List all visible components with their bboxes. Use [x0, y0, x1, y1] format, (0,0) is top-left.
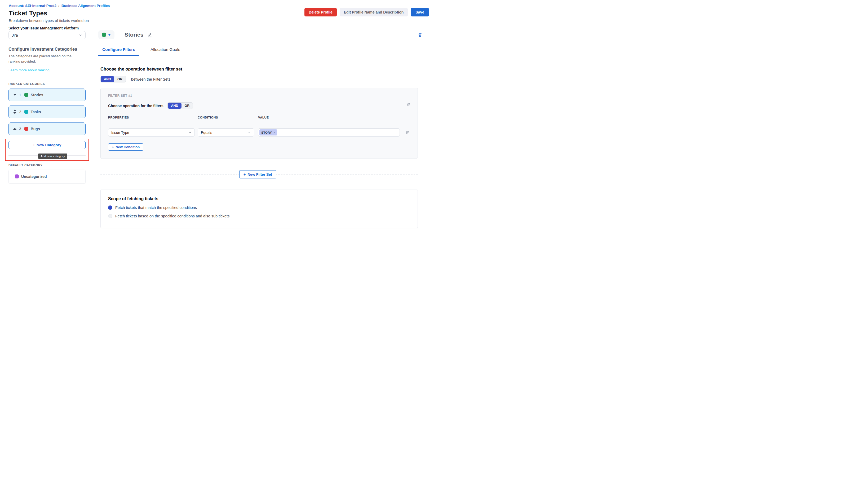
category-rank: 2. — [19, 110, 22, 114]
breadcrumb-chevron-icon: › — [58, 3, 60, 8]
radio-selected-icon[interactable] — [108, 206, 112, 210]
category-title: Stories — [125, 32, 143, 38]
breadcrumb-account-link[interactable]: Account: SEI-Internal-Prod2 — [9, 4, 56, 8]
tab-configure-filters[interactable]: Configure Filters — [98, 47, 139, 56]
column-value: VALUE — [258, 116, 400, 119]
scope-option-sub-tickets[interactable]: Fetch tickets based on the specified con… — [108, 214, 410, 218]
filter-set-separator: + New Filter Set — [100, 170, 418, 178]
add-new-category-tooltip: Add new category — [38, 153, 67, 159]
category-card-tasks[interactable]: 2. Tasks — [8, 106, 86, 118]
selected-color-swatch — [102, 33, 106, 37]
main-panel: Stories Configure Filters Allocation Goa… — [92, 24, 434, 241]
category-card-stories[interactable]: 1. Stories — [8, 89, 86, 101]
category-header: Stories — [98, 30, 418, 39]
category-rank: 1. — [19, 93, 22, 97]
category-color-swatch — [15, 175, 19, 178]
and-segment[interactable]: AND — [101, 76, 114, 82]
move-up-down-icon[interactable] — [13, 110, 17, 114]
scope-option-label: Fetch tickets that match the specified c… — [115, 206, 197, 210]
configure-categories-description: The categories are placed based on the r… — [8, 54, 78, 64]
new-filter-set-label: New Filter Set — [247, 172, 272, 177]
new-condition-button[interactable]: + New Condition — [108, 144, 143, 151]
condition-value: Equals — [201, 130, 212, 135]
plus-icon: + — [112, 145, 114, 149]
chevron-down-icon — [188, 131, 192, 134]
plus-icon: + — [33, 143, 35, 147]
or-segment[interactable]: OR — [182, 102, 193, 109]
default-category-label: DEFAULT CATEGORY — [8, 163, 86, 167]
body: Select your Issue Management Platform Ji… — [0, 24, 434, 241]
category-color-swatch — [24, 127, 28, 131]
chip-remove-icon[interactable]: × — [273, 131, 275, 134]
header: Account: SEI-Internal-Prod2 › Business A… — [0, 0, 434, 24]
chevron-down-icon — [247, 131, 251, 134]
default-category-card[interactable]: Uncategorized — [8, 170, 86, 183]
delete-profile-button[interactable]: Delete Profile — [304, 8, 337, 17]
page-subtitle: Breakdown between types of tickets worke… — [9, 19, 434, 23]
new-category-label: New Category — [37, 143, 61, 147]
category-color-swatch — [24, 93, 28, 97]
configure-categories-heading: Configure Investment Categories — [8, 47, 86, 52]
category-rank: 3. — [19, 127, 22, 131]
value-input[interactable]: STORY × — [258, 128, 400, 137]
header-actions: Delete Profile Edit Profile Name and Des… — [304, 8, 429, 17]
filters-operation-label: Choose operation for the filters — [108, 104, 163, 108]
column-properties: PROPERTIES — [108, 116, 195, 119]
caret-down-icon — [108, 34, 111, 36]
filterset-operation-row: AND OR between the Filter Sets — [100, 76, 418, 83]
operation-heading: Choose the operation between filter set — [100, 66, 418, 71]
new-filter-set-button[interactable]: + New Filter Set — [239, 170, 276, 178]
ranked-categories-label: RANKED CATEGORIES — [8, 82, 86, 85]
delete-condition-trash-icon[interactable] — [405, 130, 410, 135]
tabs: Configure Filters Allocation Goals — [98, 47, 418, 56]
column-conditions: CONDITIONS — [198, 116, 254, 119]
filter-set-card: FILTER SET #1 Choose operation for the f… — [100, 88, 418, 159]
and-segment[interactable]: AND — [168, 102, 181, 109]
category-name: Tasks — [31, 110, 41, 114]
filter-set-title: FILTER SET #1 — [108, 94, 410, 97]
breadcrumb: Account: SEI-Internal-Prod2 › Business A… — [9, 3, 434, 8]
column-headers: PROPERTIES CONDITIONS VALUE — [108, 116, 410, 119]
category-name: Bugs — [31, 127, 40, 131]
category-name: Stories — [31, 93, 43, 97]
category-color-picker-button[interactable] — [98, 30, 115, 39]
configure-filters-content: Choose the operation between filter set … — [100, 66, 418, 228]
filters-and-or-toggle[interactable]: AND OR — [167, 102, 193, 109]
delete-category-trash-icon[interactable] — [417, 32, 422, 37]
filters-operation-row: Choose operation for the filters AND OR — [108, 102, 410, 109]
plus-icon: + — [244, 173, 246, 176]
chip-label: STORY — [261, 131, 272, 134]
category-card-bugs[interactable]: 3. Bugs — [8, 122, 86, 135]
sidebar: Select your Issue Management Platform Ji… — [0, 24, 92, 241]
platform-select-value: Jira — [12, 33, 18, 37]
property-select[interactable]: Issue Type — [108, 128, 195, 137]
save-button[interactable]: Save — [411, 8, 429, 17]
edit-pencil-icon[interactable] — [147, 32, 152, 37]
delete-filter-set-trash-icon[interactable] — [406, 102, 411, 107]
move-up-icon[interactable] — [13, 128, 17, 130]
filter-row: Issue Type Equals — [108, 128, 410, 137]
value-chip: STORY × — [259, 129, 277, 135]
learn-more-ranking-link[interactable]: Learn more about ranking — [8, 68, 50, 72]
property-value: Issue Type — [111, 130, 129, 135]
and-or-toggle[interactable]: AND OR — [100, 76, 126, 83]
breadcrumb-page-link[interactable]: Business Alignment Profiles — [61, 4, 110, 8]
scope-option-label: Fetch tickets based on the specified con… — [115, 214, 229, 218]
platform-select-label: Select your Issue Management Platform — [8, 26, 86, 30]
or-segment[interactable]: OR — [114, 76, 126, 82]
scope-card: Scope of fetching tickets Fetch tickets … — [100, 189, 418, 228]
new-condition-label: New Condition — [116, 145, 140, 149]
scope-option-match[interactable]: Fetch tickets that match the specified c… — [108, 206, 410, 210]
condition-select[interactable]: Equals — [198, 128, 254, 137]
chevron-down-icon — [79, 33, 82, 37]
edit-profile-button[interactable]: Edit Profile Name and Description — [340, 8, 408, 17]
platform-select[interactable]: Jira — [8, 31, 86, 39]
scope-heading: Scope of fetching tickets — [108, 197, 410, 201]
toggle-caption: between the Filter Sets — [131, 77, 170, 81]
move-down-icon[interactable] — [13, 94, 17, 96]
page: Account: SEI-Internal-Prod2 › Business A… — [0, 0, 434, 241]
new-category-button[interactable]: + New Category — [8, 141, 86, 149]
radio-unselected-icon[interactable] — [108, 214, 112, 218]
tab-allocation-goals[interactable]: Allocation Goals — [147, 47, 184, 56]
header-divider — [108, 122, 410, 122]
